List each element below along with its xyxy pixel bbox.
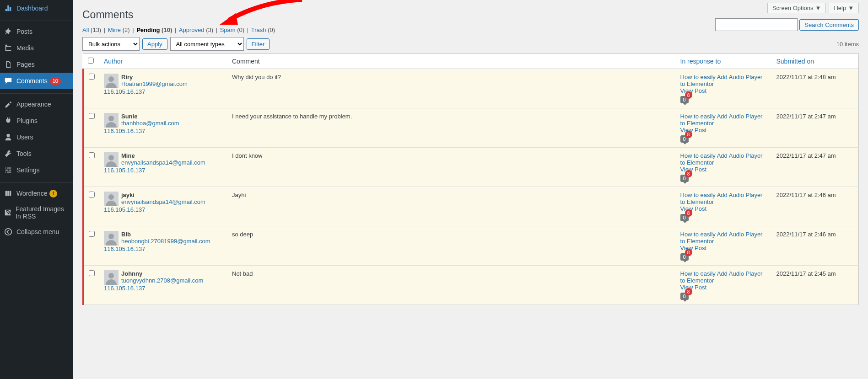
sidebar-item-collapse-menu[interactable]: Collapse menu xyxy=(0,224,73,240)
sidebar-item-label: Collapse menu xyxy=(16,228,59,235)
pending-badge: 8 xyxy=(685,249,692,256)
pending-badge: 8 xyxy=(685,91,692,99)
author-ip[interactable]: 116.105.16.137 xyxy=(104,206,145,213)
table-row: Suniethanhhoa@gmail.com116.105.16.137I n… xyxy=(83,108,859,148)
filter-trash[interactable]: Trash (0) xyxy=(251,27,275,33)
sidebar-item-appearance[interactable]: Appearance xyxy=(0,96,73,112)
avatar xyxy=(104,192,119,206)
comment-text: Why did you do it? xyxy=(227,69,676,108)
sidebar-item-label: Media xyxy=(16,44,34,52)
apply-button[interactable]: Apply xyxy=(142,38,167,50)
author-name: jayki xyxy=(121,192,135,198)
row-checkbox[interactable] xyxy=(89,192,95,198)
avatar xyxy=(104,74,119,88)
view-post-link[interactable]: View Post xyxy=(680,127,767,133)
column-response[interactable]: In response to xyxy=(680,58,721,65)
author-email[interactable]: envynailsandspa14@gmail.com xyxy=(121,198,205,205)
filter-all[interactable]: All (13) xyxy=(82,27,101,33)
sidebar-item-plugins[interactable]: Plugins xyxy=(0,112,73,129)
pending-badge: 8 xyxy=(685,209,692,217)
response-post-link[interactable]: How to easily Add Audio Player to Elemen… xyxy=(680,270,763,284)
column-author[interactable]: Author xyxy=(104,58,123,65)
row-checkbox[interactable] xyxy=(89,270,95,276)
response-post-link[interactable]: How to easily Add Audio Player to Elemen… xyxy=(680,74,763,87)
filter-mine[interactable]: Mine (2) xyxy=(108,27,130,33)
author-name: Bib xyxy=(121,231,131,238)
svg-point-11 xyxy=(108,234,114,239)
comments-table: Author Comment In response to Submitted … xyxy=(82,53,859,305)
response-post-link[interactable]: How to easily Add Audio Player to Elemen… xyxy=(680,231,763,245)
sidebar-item-label: Dashboard xyxy=(16,5,48,12)
sidebar-item-settings[interactable]: Settings xyxy=(0,162,73,178)
view-post-link[interactable]: View Post xyxy=(680,205,767,212)
sidebar-item-users[interactable]: Users xyxy=(0,129,73,145)
comment-types-select[interactable]: All comment types xyxy=(170,37,244,51)
author-ip[interactable]: 116.105.16.137 xyxy=(104,88,145,95)
response-post-link[interactable]: How to easily Add Audio Player to Elemen… xyxy=(680,113,763,127)
submitted-date: 2022/11/17 at 2:45 am xyxy=(772,266,859,305)
column-submitted[interactable]: Submitted on xyxy=(776,58,814,65)
dashboard-icon xyxy=(4,4,13,13)
search-input[interactable] xyxy=(715,18,798,31)
table-row: Johnnytuongvydhnn.2708@gmail.com116.105.… xyxy=(83,266,859,305)
filter-button[interactable]: Filter xyxy=(247,38,270,50)
sidebar-item-label: Users xyxy=(16,133,33,141)
sidebar-item-wordfence[interactable]: Wordfence1 xyxy=(0,185,73,202)
author-email[interactable]: thanhhoa@gmail.com xyxy=(121,120,179,127)
filter-pending[interactable]: Pending (10) xyxy=(136,27,172,33)
plugins-icon xyxy=(4,116,13,125)
response-post-link[interactable]: How to easily Add Audio Player to Elemen… xyxy=(680,152,763,166)
author-email[interactable]: heobongbi.27081999@gmail.com xyxy=(121,238,210,245)
bulk-actions-select[interactable]: Bulk actions xyxy=(82,37,140,51)
row-checkbox[interactable] xyxy=(89,152,95,158)
row-checkbox[interactable] xyxy=(89,74,95,80)
sidebar-item-dashboard[interactable]: Dashboard xyxy=(0,0,73,16)
table-row: jaykienvynailsandspa14@gmail.com116.105.… xyxy=(83,187,859,226)
sidebar-item-comments[interactable]: Comments10 xyxy=(0,73,73,89)
author-email[interactable]: tuongvydhnn.2708@gmail.com xyxy=(121,277,203,284)
sidebar-item-pages[interactable]: Pages xyxy=(0,56,73,73)
table-row: RiryHoatran1999@gmai.com116.105.16.137Wh… xyxy=(83,69,859,108)
view-post-link[interactable]: View Post xyxy=(680,284,767,291)
author-ip[interactable]: 116.105.16.137 xyxy=(104,128,145,134)
author-email[interactable]: envynailsandspa14@gmail.com xyxy=(121,159,205,166)
author-ip[interactable]: 116.105.16.137 xyxy=(104,167,145,174)
pending-badge: 8 xyxy=(685,170,692,177)
filter-spam[interactable]: Spam (0) xyxy=(220,27,244,33)
pending-badge: 8 xyxy=(685,288,692,295)
sidebar-item-label: Tools xyxy=(16,150,32,157)
submitted-date: 2022/11/17 at 2:46 am xyxy=(772,187,859,226)
sidebar-item-label: Featured Images In RSS xyxy=(16,205,70,220)
sidebar-item-tools[interactable]: Tools xyxy=(0,145,73,162)
svg-point-7 xyxy=(108,155,114,160)
column-comment: Comment xyxy=(227,54,676,69)
pages-icon xyxy=(4,60,13,69)
sidebar-item-posts[interactable]: Posts xyxy=(0,23,73,40)
view-post-link[interactable]: View Post xyxy=(680,87,767,94)
response-post-link[interactable]: How to easily Add Audio Player to Elemen… xyxy=(680,192,763,205)
tools-icon xyxy=(4,149,13,158)
rss-icon xyxy=(4,208,12,217)
avatar xyxy=(104,231,119,246)
select-all-checkbox[interactable] xyxy=(88,58,94,64)
author-ip[interactable]: 116.105.16.137 xyxy=(104,285,145,292)
screen-options-button[interactable]: Screen Options ▼ xyxy=(767,3,826,13)
avatar xyxy=(104,152,119,167)
row-checkbox[interactable] xyxy=(89,113,95,119)
row-checkbox[interactable] xyxy=(89,231,95,237)
author-ip[interactable]: 116.105.16.137 xyxy=(104,246,145,252)
main-content: Screen Options ▼ Help ▼ Comments All (13… xyxy=(73,0,868,379)
sidebar-item-media[interactable]: Media xyxy=(0,40,73,56)
sidebar-item-label: Comments xyxy=(16,77,48,85)
collapse-icon xyxy=(4,227,13,236)
view-post-link[interactable]: View Post xyxy=(680,245,767,251)
sidebar-item-featured-images-in-rss[interactable]: Featured Images In RSS xyxy=(0,202,73,224)
filter-approved[interactable]: Approved (3) xyxy=(179,27,213,33)
help-button[interactable]: Help ▼ xyxy=(829,3,859,13)
sidebar-item-label: Appearance xyxy=(16,101,51,108)
search-button[interactable]: Search Comments xyxy=(799,19,859,31)
view-post-link[interactable]: View Post xyxy=(680,166,767,173)
submitted-date: 2022/11/17 at 2:48 am xyxy=(772,69,859,108)
author-email[interactable]: Hoatran1999@gmai.com xyxy=(121,80,188,87)
sidebar-item-label: Settings xyxy=(16,166,40,174)
